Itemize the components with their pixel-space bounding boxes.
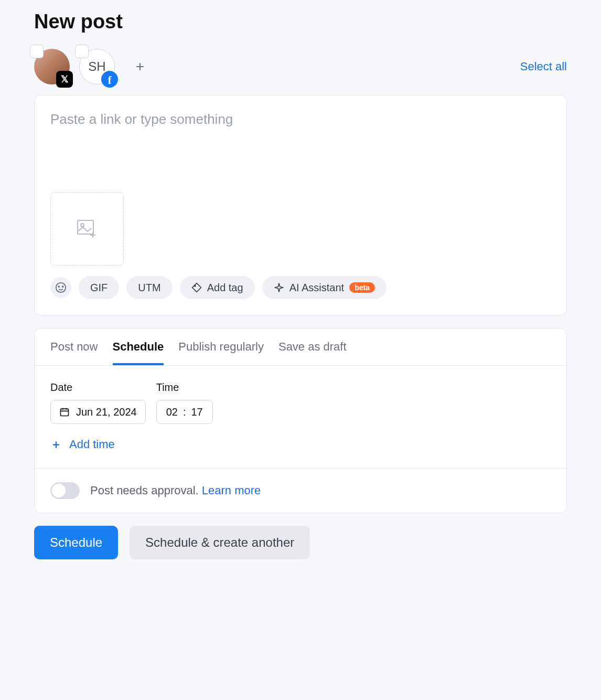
emoji-picker-button[interactable] (50, 277, 71, 298)
add-time-label: Add time (69, 438, 115, 451)
select-all-link[interactable]: Select all (520, 60, 567, 73)
svg-point-1 (81, 224, 84, 227)
account-checkbox[interactable] (30, 45, 44, 58)
add-time-button[interactable]: ＋ Add time (50, 437, 551, 452)
date-field: Date Jun 21, 2024 (50, 381, 146, 424)
approval-text-label: Post needs approval. (90, 484, 199, 497)
utm-chip[interactable]: UTM (126, 276, 172, 299)
composer-input[interactable] (50, 111, 551, 190)
facebook-platform-icon: f (101, 71, 118, 88)
learn-more-link[interactable]: Learn more (202, 484, 261, 497)
tab-post-now[interactable]: Post now (50, 328, 98, 365)
svg-rect-6 (61, 409, 69, 416)
schedule-tab-body: Date Jun 21, 2024 Time 02 : 17 ＋ Add t (35, 366, 566, 469)
accounts-list: 𝕏 SH f + (34, 49, 151, 84)
svg-rect-0 (78, 220, 93, 234)
approval-toggle[interactable] (50, 482, 80, 499)
plus-icon: ＋ (50, 437, 62, 452)
date-label: Date (50, 381, 146, 394)
time-minute: 17 (191, 406, 202, 418)
time-label: Time (156, 381, 213, 394)
approval-text: Post needs approval. Learn more (90, 484, 261, 497)
plus-icon: + (136, 58, 144, 75)
gif-chip-label: GIF (90, 282, 108, 294)
svg-point-5 (194, 285, 196, 287)
schedule-button[interactable]: Schedule (34, 526, 118, 559)
page-title: New post (34, 10, 567, 33)
date-picker[interactable]: Jun 21, 2024 (50, 400, 146, 424)
calendar-icon (59, 407, 70, 417)
composer-card: GIF UTM Add tag AI Assistant beta (34, 95, 567, 315)
image-add-icon (77, 220, 97, 238)
publish-mode-tabs: Post now Schedule Publish regularly Save… (35, 328, 566, 366)
time-picker[interactable]: 02 : 17 (156, 400, 213, 424)
tab-schedule[interactable]: Schedule (113, 328, 164, 365)
account-checkbox[interactable] (75, 45, 89, 58)
svg-point-3 (58, 286, 59, 287)
emoji-icon (55, 282, 67, 293)
x-platform-icon: 𝕏 (56, 71, 73, 88)
add-media-dropzone[interactable] (50, 192, 124, 266)
tab-publish-regularly[interactable]: Publish regularly (178, 328, 264, 365)
add-tag-chip[interactable]: Add tag (180, 276, 255, 299)
approval-row: Post needs approval. Learn more (35, 469, 566, 513)
beta-badge: beta (349, 282, 375, 293)
time-separator: : (183, 406, 186, 418)
time-field: Time 02 : 17 (156, 381, 213, 424)
composer-chips: GIF UTM Add tag AI Assistant beta (50, 276, 551, 299)
schedule-card: Post now Schedule Publish regularly Save… (34, 328, 567, 513)
add-account-button[interactable]: + (130, 56, 151, 77)
add-tag-chip-label: Add tag (207, 282, 243, 294)
schedule-create-another-button[interactable]: Schedule & create another (130, 526, 310, 559)
account-avatar-facebook[interactable]: SH f (79, 49, 115, 84)
accounts-row: 𝕏 SH f + Select all (34, 49, 567, 84)
ai-assistant-chip-label: AI Assistant (289, 282, 345, 294)
svg-point-2 (56, 283, 66, 292)
time-hour: 02 (166, 406, 178, 418)
svg-point-4 (62, 286, 63, 287)
tab-save-draft[interactable]: Save as draft (278, 328, 347, 365)
sparkle-icon (274, 282, 284, 293)
date-value: Jun 21, 2024 (76, 406, 137, 418)
utm-chip-label: UTM (138, 282, 160, 294)
account-avatar-x[interactable]: 𝕏 (34, 49, 70, 84)
gif-chip[interactable]: GIF (79, 276, 119, 299)
tag-icon (191, 282, 202, 293)
ai-assistant-chip[interactable]: AI Assistant beta (262, 276, 387, 299)
footer-actions: Schedule Schedule & create another (34, 526, 567, 559)
